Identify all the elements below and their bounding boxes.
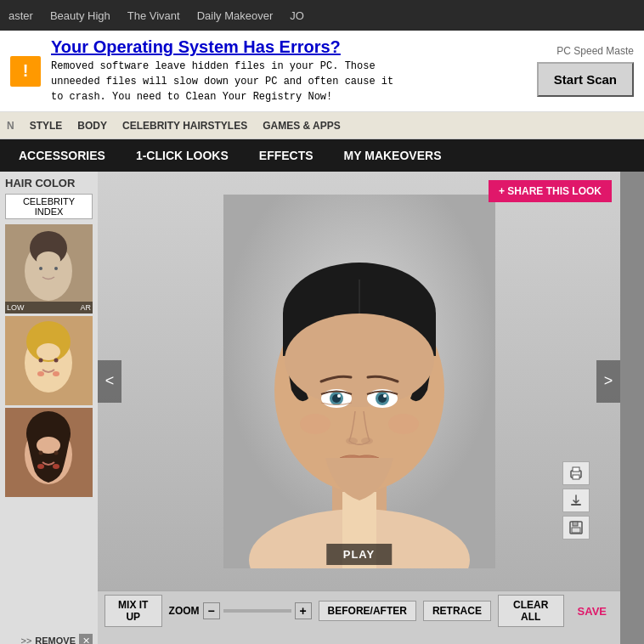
sec-nav-n[interactable]: N (7, 120, 14, 132)
remove-bar: >> REMOVE ✕ (5, 634, 93, 644)
svg-rect-49 (573, 522, 578, 526)
svg-rect-6 (5, 224, 93, 314)
svg-point-13 (37, 371, 44, 376)
ad-right-text: PC Speed Maste (556, 45, 634, 57)
svg-point-43 (388, 414, 419, 434)
bottom-toolbar: MIX IT UP ZOOM − + BEFORE/AFTER RETRACE … (98, 590, 620, 630)
svg-point-42 (300, 414, 330, 434)
celebrity-index-button[interactable]: CELEBRITY INDEX (5, 194, 93, 219)
sidebar-footer: >> REMOVE ✕ ADJUST HAIR (0, 630, 98, 644)
svg-point-19 (39, 451, 43, 455)
start-scan-button[interactable]: Start Scan (537, 62, 634, 97)
share-look-button[interactable]: + SHARE THIS LOOK (489, 180, 612, 202)
celeb-item-2[interactable] (5, 316, 93, 405)
nav-arrow-right[interactable]: > (596, 360, 620, 403)
ad-banner: ! Your Operating System Has Errors? Remo… (0, 31, 644, 112)
svg-rect-45 (573, 475, 579, 479)
nav-my-makeovers[interactable]: MY MAKEOVERS (329, 139, 457, 172)
mix-it-up-button[interactable]: MIX IT UP (105, 595, 162, 627)
right-panel (620, 172, 644, 630)
ad-text-content: Your Operating System Has Errors? Remove… (51, 37, 527, 105)
svg-point-11 (39, 359, 43, 363)
svg-point-12 (54, 359, 59, 363)
celeb-1-label: LOW AR (5, 302, 93, 314)
remove-x-button[interactable]: ✕ (79, 634, 93, 644)
top-nav-beauty-high[interactable]: Beauty High (50, 9, 110, 22)
svg-point-31 (285, 314, 434, 407)
svg-point-10 (37, 343, 60, 360)
sec-nav-games-apps[interactable]: GAMES & APPS (263, 120, 341, 132)
sidebar: HAIR COLOR CELEBRITY INDEX LOW AR (0, 172, 98, 630)
ad-description: Removed software leave hidden files in y… (51, 59, 527, 105)
clear-all-button[interactable]: CLEAR ALL (498, 595, 564, 627)
main-stage: + SHARE THIS LOOK < (98, 172, 620, 630)
top-navigation: aster Beauty High The Vivant Daily Makeo… (0, 0, 644, 31)
warning-icon: ! (10, 56, 41, 87)
nav-effects[interactable]: EFFECTS (244, 139, 329, 172)
zoom-control: ZOOM − + (169, 602, 312, 619)
face-portrait (223, 195, 495, 568)
sec-nav-body[interactable]: BODY (77, 120, 107, 132)
play-button[interactable]: PLAY (326, 544, 392, 565)
sidebar-footer-row: >> REMOVE ✕ ADJUST HAIR (0, 630, 644, 644)
top-nav-the-vivant[interactable]: The Vivant (127, 9, 180, 22)
top-nav-daily-makeover[interactable]: Daily Makeover (197, 9, 274, 22)
svg-point-41 (361, 438, 373, 444)
zoom-label: ZOOM (169, 605, 200, 617)
ad-title[interactable]: Your Operating System Has Errors? (51, 37, 527, 57)
svg-rect-47 (571, 504, 581, 506)
bottom-right-filler (620, 630, 644, 644)
stage-tools (562, 461, 590, 539)
zoom-plus-button[interactable]: + (295, 602, 312, 619)
sidebar-title: HAIR COLOR (5, 177, 93, 189)
svg-rect-46 (573, 467, 579, 472)
nav-1click-looks[interactable]: 1-CLICK LOOKS (121, 139, 244, 172)
download-button[interactable] (562, 489, 590, 512)
svg-point-21 (37, 464, 44, 469)
stage-area: + SHARE THIS LOOK < (98, 172, 620, 590)
chevron-icon: >> (20, 636, 31, 644)
sec-nav-style[interactable]: STYLE (30, 120, 63, 132)
bottom-stage-filler (98, 630, 620, 644)
zoom-slider[interactable] (223, 609, 291, 613)
top-nav-jo[interactable]: JO (290, 9, 304, 22)
before-after-button[interactable]: BEFORE/AFTER (319, 601, 416, 621)
svg-rect-50 (572, 528, 580, 533)
celeb-item-1[interactable]: LOW AR (5, 224, 93, 314)
save-button[interactable]: SAVE (571, 602, 613, 621)
remove-label: REMOVE (35, 636, 76, 644)
save-icon-button[interactable] (562, 516, 590, 539)
retrace-button[interactable]: RETRACE (423, 601, 491, 621)
svg-point-35 (337, 394, 341, 398)
svg-point-40 (346, 438, 358, 444)
svg-point-14 (53, 371, 59, 376)
print-button[interactable] (562, 461, 590, 485)
zoom-minus-button[interactable]: − (203, 602, 220, 619)
secondary-navigation: N STYLE BODY CELEBRITY HAIRSTYLES GAMES … (0, 112, 644, 139)
sec-nav-celebrity-hairstyles[interactable]: CELEBRITY HAIRSTYLES (122, 120, 247, 132)
nav-accessories[interactable]: ACCESSORIES (3, 139, 121, 172)
svg-point-22 (53, 464, 59, 469)
svg-point-20 (54, 451, 59, 455)
top-nav-aster[interactable]: aster (8, 9, 33, 22)
content-area: HAIR COLOR CELEBRITY INDEX LOW AR (0, 172, 644, 630)
svg-point-39 (383, 394, 387, 398)
main-navigation: ACCESSORIES 1-CLICK LOOKS EFFECTS MY MAK… (0, 139, 644, 172)
nav-arrow-left[interactable]: < (98, 360, 121, 403)
celebrity-list: LOW AR (5, 224, 93, 497)
celeb-item-3[interactable] (5, 408, 93, 497)
